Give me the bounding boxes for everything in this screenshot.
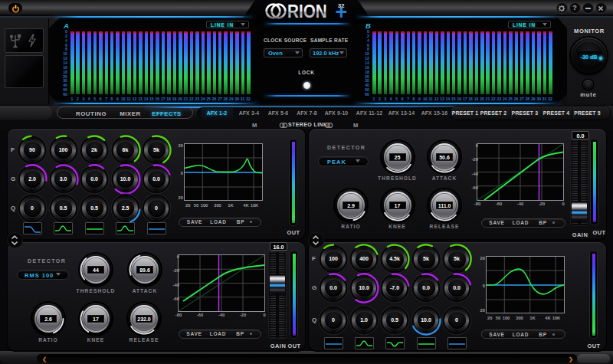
- svg-text:4: 4: [390, 97, 392, 101]
- svg-text:50: 50: [496, 316, 500, 320]
- svg-text:-20: -20: [239, 313, 245, 317]
- svg-text:0: 0: [181, 171, 183, 175]
- svg-text:31: 31: [241, 97, 245, 101]
- svg-text:9: 9: [116, 97, 119, 101]
- svg-text:3: 3: [82, 97, 84, 101]
- svg-text:1K: 1K: [228, 203, 234, 208]
- svg-text:7: 7: [105, 97, 107, 101]
- svg-text:1K: 1K: [529, 316, 536, 320]
- svg-text:25: 25: [508, 97, 513, 101]
- svg-text:10: 10: [423, 97, 428, 101]
- svg-text:0: 0: [476, 143, 478, 148]
- svg-text:24: 24: [503, 97, 507, 101]
- svg-text:21: 21: [184, 97, 188, 101]
- svg-text:17: 17: [161, 97, 166, 101]
- svg-text:1: 1: [71, 97, 74, 101]
- svg-text:29: 29: [531, 97, 536, 101]
- svg-text:14: 14: [446, 97, 451, 101]
- svg-text:0: 0: [263, 313, 265, 317]
- svg-text:4: 4: [88, 97, 90, 101]
- svg-text:26: 26: [212, 97, 217, 101]
- svg-text:+: +: [335, 1, 347, 21]
- svg-text:18: 18: [166, 97, 171, 101]
- svg-text:0: 0: [483, 284, 485, 288]
- svg-text:4K: 4K: [243, 203, 249, 208]
- svg-text:-60: -60: [196, 313, 202, 317]
- svg-text:50: 50: [194, 203, 198, 208]
- svg-text:21: 21: [486, 97, 490, 101]
- svg-text:20: 20: [178, 97, 182, 101]
- svg-text:-60: -60: [496, 202, 502, 206]
- svg-text:17: 17: [463, 97, 467, 101]
- svg-text:15: 15: [149, 97, 154, 101]
- svg-text:13: 13: [440, 97, 444, 101]
- svg-text:4K: 4K: [545, 316, 551, 320]
- svg-text:20: 20: [480, 308, 485, 313]
- svg-text:20: 20: [480, 256, 485, 261]
- svg-text:10: 10: [121, 97, 126, 101]
- svg-text:20: 20: [487, 316, 492, 320]
- svg-text:27: 27: [218, 97, 222, 101]
- svg-text:100: 100: [503, 316, 510, 320]
- svg-text:9: 9: [418, 97, 421, 101]
- svg-text:0: 0: [562, 202, 564, 206]
- svg-text:2: 2: [379, 97, 381, 101]
- svg-text:5: 5: [93, 97, 96, 101]
- svg-text:12: 12: [133, 97, 137, 101]
- svg-text:16: 16: [156, 97, 160, 101]
- svg-text:5: 5: [395, 97, 398, 101]
- svg-text:20: 20: [185, 203, 190, 208]
- svg-text:14: 14: [144, 97, 149, 101]
- svg-text:8: 8: [111, 97, 113, 101]
- svg-text:32: 32: [548, 97, 552, 101]
- svg-text:-40: -40: [172, 283, 179, 287]
- svg-text:2: 2: [77, 97, 79, 101]
- svg-text:-20: -20: [172, 268, 179, 273]
- svg-text:28: 28: [526, 97, 530, 101]
- svg-text:22: 22: [491, 97, 496, 101]
- svg-text:-80: -80: [474, 202, 480, 206]
- svg-text:20: 20: [179, 143, 183, 148]
- svg-text:7: 7: [407, 97, 409, 101]
- svg-text:25: 25: [206, 97, 211, 101]
- svg-text:13: 13: [138, 97, 143, 101]
- svg-text:-80: -80: [175, 313, 181, 317]
- svg-text:6: 6: [100, 97, 102, 101]
- svg-text:12: 12: [434, 97, 439, 101]
- svg-text:27: 27: [520, 97, 524, 101]
- svg-text:15: 15: [451, 97, 456, 101]
- svg-text:19: 19: [172, 97, 177, 101]
- svg-text:10K: 10K: [251, 203, 259, 208]
- svg-text:11: 11: [127, 97, 132, 101]
- svg-text:29: 29: [229, 97, 234, 101]
- svg-text:-60: -60: [172, 297, 179, 301]
- svg-text:10K: 10K: [552, 316, 561, 320]
- svg-text:11: 11: [429, 97, 434, 101]
- svg-text:30: 30: [536, 97, 541, 101]
- svg-text:RION: RION: [287, 2, 327, 21]
- svg-text:20: 20: [179, 195, 183, 200]
- svg-text:24: 24: [201, 97, 205, 101]
- svg-text:23: 23: [195, 97, 199, 101]
- svg-text:22: 22: [189, 97, 194, 101]
- svg-text:100: 100: [201, 203, 208, 208]
- svg-text:-20: -20: [472, 157, 478, 162]
- svg-text:8: 8: [413, 97, 415, 101]
- svg-text:28: 28: [224, 97, 228, 101]
- svg-text:300: 300: [516, 316, 523, 320]
- svg-text:26: 26: [514, 97, 519, 101]
- svg-text:19: 19: [474, 97, 479, 101]
- svg-text:31: 31: [543, 97, 547, 101]
- svg-text:32: 32: [246, 97, 251, 101]
- svg-text:6: 6: [402, 97, 404, 101]
- svg-text:30: 30: [234, 97, 239, 101]
- svg-text:-40: -40: [472, 172, 478, 176]
- svg-text:3: 3: [384, 97, 386, 101]
- svg-text:16: 16: [457, 97, 462, 101]
- svg-text:-20: -20: [539, 202, 545, 206]
- svg-text:18: 18: [468, 97, 473, 101]
- svg-text:23: 23: [497, 97, 501, 101]
- svg-text:20: 20: [480, 97, 484, 101]
- svg-text:0: 0: [176, 254, 179, 259]
- svg-text:-40: -40: [517, 202, 523, 206]
